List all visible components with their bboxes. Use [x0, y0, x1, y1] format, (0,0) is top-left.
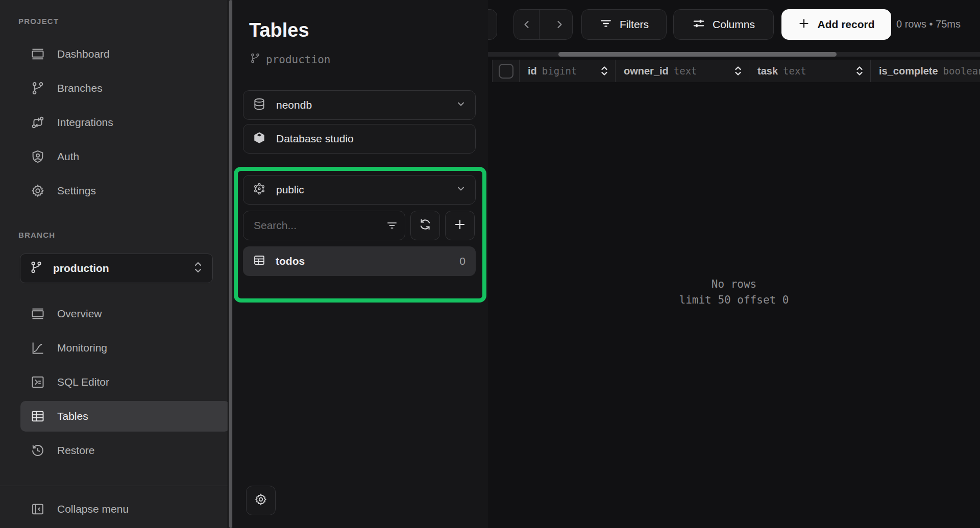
search-input-wrap: [243, 211, 405, 240]
empty-state-line2: limit 50 offset 0: [488, 292, 980, 308]
branch-section-label: BRANCH: [18, 231, 55, 239]
sidebar-footer: Collapse menu: [20, 494, 230, 524]
select-all-checkbox[interactable]: [499, 64, 513, 79]
sort-chevrons-icon[interactable]: [600, 65, 609, 79]
plus-icon: [798, 17, 810, 32]
schema-selector-value: public: [276, 184, 304, 196]
database-selector-value: neondb: [276, 99, 312, 111]
scrollbar-thumb[interactable]: [229, 0, 232, 528]
collapse-menu-button[interactable]: Collapse menu: [20, 494, 230, 524]
dashboard-icon: [31, 47, 45, 61]
chevron-down-icon: [456, 184, 466, 196]
cutoff-toolbar-button[interactable]: [488, 9, 497, 40]
branch-icon: [30, 261, 43, 276]
branch-icon: [31, 81, 45, 95]
column-name: is_complete: [879, 65, 938, 77]
sidebar-item-settings[interactable]: Settings: [20, 175, 230, 206]
row-count-status: 0 rows • 75ms: [896, 18, 961, 30]
database-studio-label: Database studio: [276, 133, 354, 145]
project-section-label: PROJECT: [18, 17, 59, 26]
sidebar-scrollbar[interactable]: [228, 0, 233, 528]
panel-title: Tables: [249, 19, 309, 41]
chevron-up-down-icon: [193, 261, 203, 276]
auth-shield-icon: [31, 149, 45, 164]
column-name: owner_id: [624, 65, 669, 77]
sidebar-item-label: Dashboard: [57, 48, 110, 60]
sql-editor-icon: [31, 375, 45, 389]
scrollbar-thumb[interactable]: [558, 52, 837, 57]
add-record-label: Add record: [817, 18, 874, 31]
columns-button[interactable]: Columns: [673, 9, 774, 40]
add-record-button[interactable]: Add record: [781, 9, 891, 40]
tables-panel: Tables production neondb Database studio: [233, 0, 488, 528]
sidebar-item-auth[interactable]: Auth: [20, 141, 230, 172]
sidebar-item-monitoring[interactable]: Monitoring: [20, 333, 230, 363]
sort-chevrons-icon[interactable]: [733, 65, 743, 79]
filters-label: Filters: [620, 18, 649, 31]
add-table-button[interactable]: [445, 211, 475, 240]
sidebar-item-label: Branches: [57, 82, 103, 94]
table-search-row: [243, 211, 476, 240]
database-icon: [253, 97, 266, 113]
sidebar-item-branches[interactable]: Branches: [20, 73, 230, 104]
sidebar-item-label: Restore: [57, 444, 95, 457]
monitoring-chart-icon: [31, 341, 45, 355]
collapse-panel-icon: [31, 502, 45, 516]
table-name: todos: [276, 255, 305, 267]
sidebar-item-restore[interactable]: Restore: [20, 435, 230, 466]
sidebar-item-overview[interactable]: Overview: [20, 298, 230, 329]
next-page-button[interactable]: [547, 10, 572, 39]
columns-sliders-icon: [692, 17, 705, 33]
column-type: text: [674, 65, 697, 77]
table-row-count: 0: [459, 255, 465, 267]
restore-clock-icon: [31, 443, 45, 458]
neon-console-app: PROJECT Dashboard Branches Integrations: [0, 0, 980, 528]
table-list-item-todos[interactable]: todos 0: [243, 246, 476, 276]
filter-funnel-icon: [599, 17, 612, 33]
column-type: boolean: [943, 65, 980, 77]
grid-header-row: id bigint owner_id text task text: [492, 60, 980, 82]
overview-icon: [31, 307, 45, 321]
sidebar-item-integrations[interactable]: Integrations: [20, 107, 230, 138]
cube-icon: [253, 131, 266, 147]
integrations-icon: [31, 115, 45, 130]
prev-page-button[interactable]: [514, 10, 540, 39]
chevron-down-icon: [456, 99, 466, 112]
column-header-owner-id[interactable]: owner_id text: [616, 60, 749, 82]
sidebar-item-label: SQL Editor: [57, 376, 109, 388]
horizontal-scrollbar[interactable]: [488, 52, 980, 57]
branch-nav: Overview Monitoring SQL Editor Tables: [20, 298, 230, 466]
refresh-button[interactable]: [410, 211, 440, 240]
sidebar-item-dashboard[interactable]: Dashboard: [20, 39, 230, 69]
panel-settings-button[interactable]: [246, 486, 276, 515]
data-grid-panel: Filters Columns Add record 0 rows • 75ms…: [488, 0, 980, 528]
database-studio-button[interactable]: Database studio: [243, 124, 476, 154]
database-selector[interactable]: neondb: [243, 90, 476, 120]
sidebar: PROJECT Dashboard Branches Integrations: [0, 0, 233, 528]
sort-chevrons-icon[interactable]: [855, 65, 864, 79]
gear-icon: [254, 493, 267, 508]
branch-selector[interactable]: production: [20, 254, 213, 283]
sidebar-item-label: Settings: [57, 185, 96, 197]
sidebar-item-tables[interactable]: Tables: [20, 401, 230, 432]
collapse-menu-label: Collapse menu: [57, 503, 129, 515]
refresh-icon: [419, 218, 432, 233]
column-header-task[interactable]: task text: [749, 60, 871, 82]
column-type: text: [783, 65, 806, 77]
search-input[interactable]: [243, 211, 405, 240]
column-name: id: [528, 65, 537, 77]
column-header-is-complete[interactable]: is_complete boolean: [871, 60, 980, 82]
branch-selector-value: production: [53, 262, 109, 274]
schema-selector[interactable]: public: [243, 175, 476, 205]
filter-funnel-icon[interactable]: [386, 219, 398, 234]
plus-icon: [453, 218, 467, 233]
columns-label: Columns: [713, 18, 755, 31]
column-header-id[interactable]: id bigint: [520, 60, 616, 82]
table-grid-icon: [253, 254, 265, 269]
select-all-cell: [492, 60, 520, 82]
empty-state-message: No rows limit 50 offset 0: [488, 276, 980, 308]
branch-icon: [250, 53, 261, 66]
filters-button[interactable]: Filters: [581, 9, 667, 40]
pagination-control: [513, 9, 573, 40]
sidebar-item-sql-editor[interactable]: SQL Editor: [20, 367, 230, 397]
